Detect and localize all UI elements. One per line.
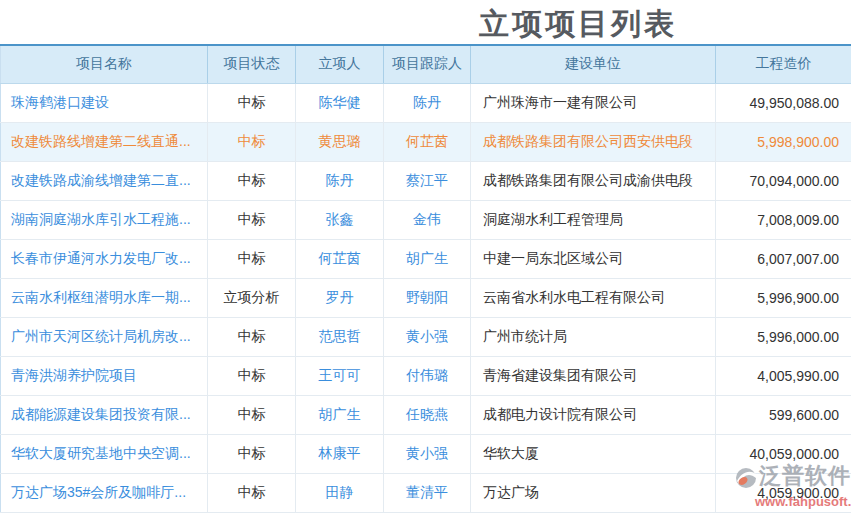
table-row[interactable]: 改建铁路成渝线增建第二直...中标陈丹蔡江平成都铁路集团有限公司成渝供电段70,… [1, 161, 851, 200]
project-list-page: 立项项目列表 项目名称项目状态立项人项目跟踪人建设单位工程造价 珠海鹤港口建设中… [0, 0, 851, 516]
cell-tracker[interactable]: 董清平 [384, 473, 471, 512]
cell-tracker[interactable]: 黄小强 [384, 317, 471, 356]
table-row[interactable]: 珠海鹤港口建设中标陈华健陈丹广州珠海市一建有限公司49,950,088.00 [1, 83, 851, 122]
cell-initiator[interactable]: 范思哲 [296, 317, 384, 356]
cell-cost: 4,059,900.00 [716, 473, 851, 512]
cell-status: 中标 [208, 395, 296, 434]
table-row[interactable]: 湖南洞庭湖水库引水工程施...中标张鑫金伟洞庭湖水利工程管理局7,008,009… [1, 200, 851, 239]
cell-status: 中标 [208, 434, 296, 473]
table-body: 珠海鹤港口建设中标陈华健陈丹广州珠海市一建有限公司49,950,088.00改建… [1, 83, 851, 512]
cell-unit: 成都电力设计院有限公司 [471, 395, 716, 434]
cell-unit: 广州市统计局 [471, 317, 716, 356]
table-row[interactable]: 广州市天河区统计局机房改...中标范思哲黄小强广州市统计局5,996,000.0… [1, 317, 851, 356]
cell-cost: 4,005,990.00 [716, 356, 851, 395]
table-row[interactable]: 华软大厦研究基地中央空调...中标林康平黄小强华软大厦40,059,000.00 [1, 434, 851, 473]
cell-unit: 青海省建设集团有限公司 [471, 356, 716, 395]
cell-unit: 中建一局东北区域公司 [471, 239, 716, 278]
column-header-tracker: 项目跟踪人 [384, 45, 471, 83]
cell-tracker[interactable]: 野朝阳 [384, 278, 471, 317]
cell-tracker[interactable]: 金伟 [384, 200, 471, 239]
cell-name[interactable]: 青海洪湖养护院项目 [1, 356, 208, 395]
cell-name[interactable]: 湖南洞庭湖水库引水工程施... [1, 200, 208, 239]
cell-initiator[interactable]: 王可可 [296, 356, 384, 395]
cell-initiator[interactable]: 陈丹 [296, 161, 384, 200]
cell-initiator[interactable]: 田静 [296, 473, 384, 512]
cell-status: 中标 [208, 473, 296, 512]
cell-unit: 云南省水利水电工程有限公司 [471, 278, 716, 317]
cell-unit: 广州珠海市一建有限公司 [471, 83, 716, 122]
page-title: 立项项目列表 [479, 4, 677, 45]
table-row[interactable]: 万达广场35#会所及咖啡厅...中标田静董清平万达广场4,059,900.00 [1, 473, 851, 512]
cell-status: 中标 [208, 356, 296, 395]
cell-status: 中标 [208, 239, 296, 278]
cell-unit: 华软大厦 [471, 434, 716, 473]
table-row[interactable]: 青海洪湖养护院项目中标王可可付伟璐青海省建设集团有限公司4,005,990.00 [1, 356, 851, 395]
cell-cost: 6,007,007.00 [716, 239, 851, 278]
cell-name[interactable]: 珠海鹤港口建设 [1, 83, 208, 122]
table-row[interactable]: 改建铁路线增建第二线直通...中标黄思璐何芷茵成都铁路集团有限公司西安供电段5,… [1, 122, 851, 161]
column-header-cost: 工程造价 [716, 45, 851, 83]
cell-initiator[interactable]: 何芷茵 [296, 239, 384, 278]
cell-unit: 成都铁路集团有限公司成渝供电段 [471, 161, 716, 200]
header-row: 项目名称项目状态立项人项目跟踪人建设单位工程造价 [1, 45, 851, 83]
cell-unit: 洞庭湖水利工程管理局 [471, 200, 716, 239]
cell-cost: 5,996,900.00 [716, 278, 851, 317]
cell-name[interactable]: 云南水利枢纽潜明水库一期... [1, 278, 208, 317]
cell-initiator[interactable]: 陈华健 [296, 83, 384, 122]
project-table: 项目名称项目状态立项人项目跟踪人建设单位工程造价 珠海鹤港口建设中标陈华健陈丹广… [0, 44, 851, 513]
cell-cost: 7,008,009.00 [716, 200, 851, 239]
cell-tracker[interactable]: 何芷茵 [384, 122, 471, 161]
cell-cost: 5,996,000.00 [716, 317, 851, 356]
cell-initiator[interactable]: 黄思璐 [296, 122, 384, 161]
cell-status: 中标 [208, 122, 296, 161]
cell-cost: 70,094,000.00 [716, 161, 851, 200]
cell-cost: 40,059,000.00 [716, 434, 851, 473]
column-header-initiator: 立项人 [296, 45, 384, 83]
table-row[interactable]: 长春市伊通河水力发电厂改...中标何芷茵胡广生中建一局东北区域公司6,007,0… [1, 239, 851, 278]
column-header-status: 项目状态 [208, 45, 296, 83]
cell-name[interactable]: 万达广场35#会所及咖啡厅... [1, 473, 208, 512]
table-header: 项目名称项目状态立项人项目跟踪人建设单位工程造价 [1, 45, 851, 83]
cell-status: 中标 [208, 161, 296, 200]
cell-initiator[interactable]: 胡广生 [296, 395, 384, 434]
table-row[interactable]: 成都能源建设集团投资有限...中标胡广生任晓燕成都电力设计院有限公司599,60… [1, 395, 851, 434]
column-header-unit: 建设单位 [471, 45, 716, 83]
cell-unit: 成都铁路集团有限公司西安供电段 [471, 122, 716, 161]
cell-status: 中标 [208, 200, 296, 239]
cell-name[interactable]: 长春市伊通河水力发电厂改... [1, 239, 208, 278]
cell-name[interactable]: 华软大厦研究基地中央空调... [1, 434, 208, 473]
cell-name[interactable]: 改建铁路成渝线增建第二直... [1, 161, 208, 200]
cell-initiator[interactable]: 林康平 [296, 434, 384, 473]
cell-unit: 万达广场 [471, 473, 716, 512]
cell-status: 中标 [208, 83, 296, 122]
cell-cost: 599,600.00 [716, 395, 851, 434]
cell-tracker[interactable]: 蔡江平 [384, 161, 471, 200]
cell-tracker[interactable]: 黄小强 [384, 434, 471, 473]
cell-initiator[interactable]: 张鑫 [296, 200, 384, 239]
cell-tracker[interactable]: 任晓燕 [384, 395, 471, 434]
cell-name[interactable]: 改建铁路线增建第二线直通... [1, 122, 208, 161]
cell-tracker[interactable]: 付伟璐 [384, 356, 471, 395]
cell-tracker[interactable]: 陈丹 [384, 83, 471, 122]
cell-status: 立项分析 [208, 278, 296, 317]
cell-cost: 5,998,900.00 [716, 122, 851, 161]
cell-initiator[interactable]: 罗丹 [296, 278, 384, 317]
cell-name[interactable]: 广州市天河区统计局机房改... [1, 317, 208, 356]
table-row[interactable]: 云南水利枢纽潜明水库一期...立项分析罗丹野朝阳云南省水利水电工程有限公司5,9… [1, 278, 851, 317]
cell-name[interactable]: 成都能源建设集团投资有限... [1, 395, 208, 434]
cell-tracker[interactable]: 胡广生 [384, 239, 471, 278]
cell-cost: 49,950,088.00 [716, 83, 851, 122]
cell-status: 中标 [208, 317, 296, 356]
column-header-name: 项目名称 [1, 45, 208, 83]
